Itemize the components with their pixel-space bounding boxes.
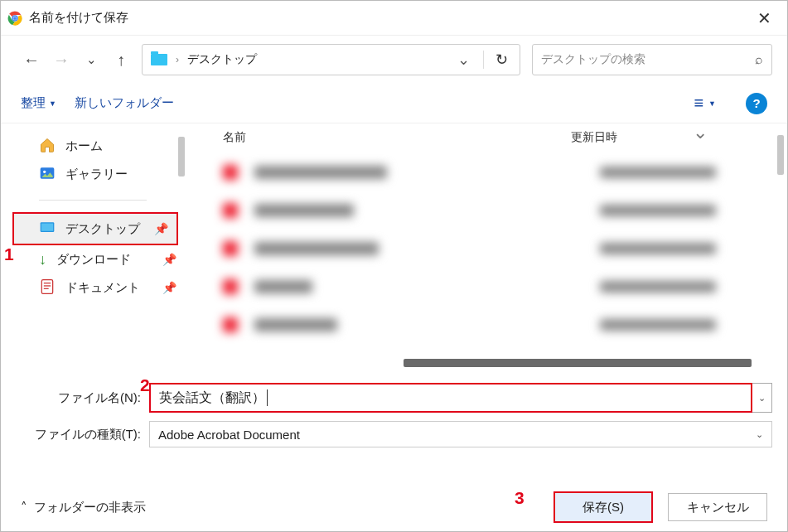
horizontal-scrollbar[interactable] bbox=[404, 359, 752, 367]
dropdown-icon: ▼ bbox=[708, 99, 716, 108]
sidebar-label: ギャラリー bbox=[65, 167, 128, 182]
desktop-icon bbox=[39, 220, 56, 239]
sort-indicator-icon[interactable]: ⌄ bbox=[693, 122, 708, 143]
svg-rect-12 bbox=[44, 288, 49, 288]
dropdown-icon: ▼ bbox=[49, 99, 56, 108]
folder-toggle-button[interactable]: ˄ フォルダーの非表示 bbox=[21, 500, 146, 515]
nav-bar: ← → ⌄ ↑ › デスクトップ ⌄ ↻ デスクトップの検索 ⌕ bbox=[1, 36, 787, 84]
svg-rect-11 bbox=[44, 285, 51, 286]
sidebar-label: デスクトップ bbox=[65, 221, 140, 237]
filename-dropdown-button[interactable]: ⌄ bbox=[752, 383, 772, 413]
annotation-1: 1 bbox=[4, 244, 14, 264]
view-options-button[interactable]: ≡ ▼ bbox=[694, 94, 716, 113]
filetype-value: Adobe Acrobat Document bbox=[158, 428, 300, 442]
svg-point-4 bbox=[13, 17, 17, 20]
filename-value: 英会話文（翻訳） bbox=[159, 389, 265, 407]
sidebar-item-home[interactable]: ホーム bbox=[1, 132, 185, 160]
download-icon: ↓ bbox=[39, 252, 46, 267]
organize-button[interactable]: 整理 ▼ bbox=[21, 95, 56, 111]
save-button[interactable]: 保存(S) bbox=[554, 491, 653, 523]
new-folder-button[interactable]: 新しいフォルダー bbox=[75, 95, 174, 111]
cancel-button[interactable]: キャンセル bbox=[668, 493, 767, 521]
sidebar: ホーム ギャラリー デスクトップ 📌 ↓ ダウンロード 📌 ドキュメント 📌 bbox=[1, 123, 185, 370]
sidebar-item-documents[interactable]: ドキュメント 📌 bbox=[1, 273, 185, 302]
sidebar-divider bbox=[39, 200, 147, 201]
form-area: ファイル名(N): 英会話文（翻訳） ⌄ ファイルの種類(T): Adobe A… bbox=[1, 370, 787, 463]
search-icon[interactable]: ⌕ bbox=[755, 52, 763, 67]
pin-icon[interactable]: 📌 bbox=[162, 281, 176, 294]
breadcrumb-current[interactable]: デスクトップ bbox=[187, 52, 257, 67]
chevron-right-icon: › bbox=[176, 54, 179, 65]
documents-icon bbox=[39, 278, 56, 297]
column-header-name[interactable]: 名前 bbox=[223, 130, 571, 145]
sidebar-label: ホーム bbox=[65, 138, 103, 154]
window-title: 名前を付けて保存 bbox=[29, 10, 128, 26]
sidebar-item-downloads[interactable]: ↓ ダウンロード 📌 bbox=[1, 245, 185, 273]
filetype-label: ファイルの種類(T): bbox=[21, 427, 149, 443]
annotation-3: 3 bbox=[515, 488, 525, 508]
pin-icon[interactable]: 📌 bbox=[162, 253, 176, 266]
nav-back-button[interactable]: ← bbox=[22, 51, 41, 70]
new-folder-label: 新しいフォルダー bbox=[75, 95, 174, 111]
file-rows-blurred bbox=[185, 148, 787, 344]
file-list-pane: 名前 更新日時 ⌄ bbox=[185, 123, 787, 370]
sidebar-label: ドキュメント bbox=[65, 280, 140, 296]
filetype-select[interactable]: Adobe Acrobat Document ⌄ bbox=[149, 421, 772, 447]
refresh-button[interactable]: ↻ bbox=[483, 51, 511, 69]
search-placeholder: デスクトップの検索 bbox=[541, 52, 755, 67]
toolbar: 整理 ▼ 新しいフォルダー ≡ ▼ ? bbox=[1, 84, 787, 123]
body: ホーム ギャラリー デスクトップ 📌 ↓ ダウンロード 📌 ドキュメント 📌 名… bbox=[1, 123, 787, 370]
address-dropdown-icon[interactable]: ⌄ bbox=[451, 51, 476, 69]
home-icon bbox=[39, 137, 56, 156]
sidebar-item-gallery[interactable]: ギャラリー bbox=[1, 160, 185, 188]
filename-label: ファイル名(N): bbox=[21, 390, 149, 406]
file-list-header: 名前 更新日時 ⌄ bbox=[185, 123, 769, 148]
organize-label: 整理 bbox=[21, 95, 46, 111]
sidebar-item-desktop[interactable]: デスクトップ 📌 bbox=[12, 212, 178, 245]
svg-point-6 bbox=[43, 170, 46, 172]
chrome-icon bbox=[7, 11, 22, 26]
dropdown-icon: ⌄ bbox=[756, 429, 763, 440]
filename-input[interactable]: 英会話文（翻訳） bbox=[149, 383, 752, 413]
sidebar-label: ダウンロード bbox=[56, 252, 131, 268]
close-button[interactable]: ✕ bbox=[747, 10, 781, 27]
help-button[interactable]: ? bbox=[746, 93, 767, 114]
address-bar[interactable]: › デスクトップ ⌄ ↻ bbox=[142, 44, 520, 75]
column-header-date[interactable]: 更新日時 bbox=[571, 130, 769, 145]
annotation-2: 2 bbox=[140, 375, 150, 395]
svg-rect-10 bbox=[44, 283, 51, 283]
folder-icon bbox=[151, 54, 167, 65]
folder-toggle-label: フォルダーの非表示 bbox=[34, 500, 146, 515]
cancel-label: キャンセル bbox=[687, 500, 749, 515]
search-box[interactable]: デスクトップの検索 ⌕ bbox=[532, 44, 772, 75]
svg-rect-9 bbox=[41, 279, 52, 293]
text-caret bbox=[267, 389, 268, 406]
svg-rect-8 bbox=[41, 223, 53, 230]
chevron-up-icon: ˄ bbox=[21, 500, 27, 515]
gallery-icon bbox=[39, 165, 56, 184]
save-label: 保存(S) bbox=[583, 500, 624, 515]
nav-up-button[interactable]: ↑ bbox=[112, 51, 130, 70]
nav-forward-button[interactable]: → bbox=[52, 51, 70, 70]
title-bar: 名前を付けて保存 ✕ bbox=[1, 1, 787, 36]
nav-recent-button[interactable]: ⌄ bbox=[82, 52, 100, 67]
list-view-icon: ≡ bbox=[694, 94, 703, 113]
bottom-bar: ˄ フォルダーの非表示 保存(S) キャンセル bbox=[1, 483, 787, 531]
pin-icon[interactable]: 📌 bbox=[154, 222, 168, 235]
